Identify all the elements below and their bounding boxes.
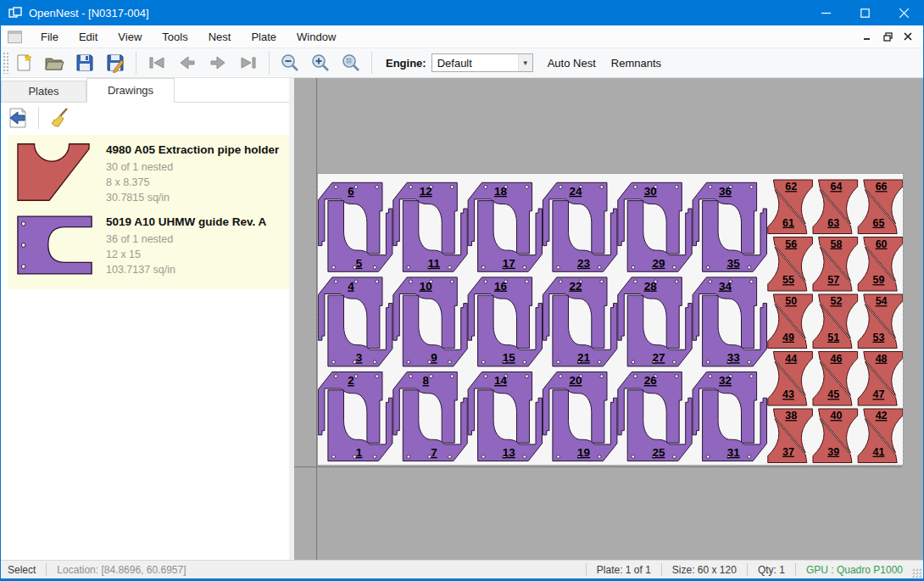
status-separator xyxy=(46,563,47,576)
remnants-button[interactable]: Remnants xyxy=(604,52,669,75)
zoom-out-button[interactable] xyxy=(277,51,303,75)
part-number-6: 6 xyxy=(348,185,354,198)
part-hole xyxy=(675,375,678,378)
status-bar: Select Location: [84.8696, 60.6957] Plat… xyxy=(1,560,923,578)
part-number-52: 52 xyxy=(830,295,842,307)
part-number-47: 47 xyxy=(872,388,884,400)
part-number-32: 32 xyxy=(719,374,732,387)
menu-item-plate[interactable]: Plate xyxy=(241,26,287,47)
part-number-48: 48 xyxy=(876,353,888,365)
menu-item-nest[interactable]: Nest xyxy=(198,26,242,47)
part-hole xyxy=(748,360,751,364)
mdi-document-icon[interactable] xyxy=(8,31,22,43)
part-number-51: 51 xyxy=(827,332,839,344)
drawing-size: 12 x 15 xyxy=(106,247,266,262)
part-number-31: 31 xyxy=(727,446,741,459)
menu-item-file[interactable]: File xyxy=(31,26,69,47)
tab-plates[interactable]: Plates xyxy=(1,81,86,102)
toolbar-grip[interactable] xyxy=(3,52,8,74)
new-button[interactable] xyxy=(11,51,36,75)
part-hole xyxy=(675,186,678,189)
part-number-62: 62 xyxy=(785,181,797,193)
part-hole xyxy=(557,360,560,364)
part-hole xyxy=(706,265,710,269)
close-button[interactable] xyxy=(884,0,923,25)
part-number-43: 43 xyxy=(782,388,794,400)
part-number-50: 50 xyxy=(785,295,797,307)
part-hole xyxy=(523,360,526,364)
clear-button[interactable] xyxy=(46,105,73,131)
open-button[interactable] xyxy=(42,51,67,75)
part-number-26: 26 xyxy=(644,374,658,387)
combo-dropdown-icon[interactable]: ▼ xyxy=(518,54,532,71)
part-number-5: 5 xyxy=(356,257,363,270)
auto-nest-button[interactable]: Auto Nest xyxy=(540,52,604,75)
part-number-22: 22 xyxy=(569,280,582,293)
part-hole xyxy=(557,265,560,269)
mdi-restore-button[interactable] xyxy=(879,29,896,44)
status-separator xyxy=(747,563,748,576)
next-plate-button[interactable] xyxy=(205,51,231,75)
drawing-title: 4980 A05 Extraction pipe holder xyxy=(106,143,279,156)
part-hole xyxy=(407,455,410,459)
part-number-36: 36 xyxy=(719,185,732,198)
zoom-fit-button[interactable] xyxy=(338,51,364,75)
mdi-minimize-button[interactable] xyxy=(859,29,876,44)
part-number-27: 27 xyxy=(652,351,665,364)
left-panel: Plates Drawings xyxy=(1,78,294,560)
engine-combobox[interactable]: Default ▼ xyxy=(431,53,533,72)
part-number-25: 25 xyxy=(652,446,665,459)
part-hole xyxy=(706,360,710,364)
return-arrow-icon xyxy=(7,107,29,129)
part-hole xyxy=(448,360,452,364)
zoom-in-button[interactable] xyxy=(308,51,333,75)
part-number-59: 59 xyxy=(872,274,884,286)
menu-item-tools[interactable]: Tools xyxy=(152,26,198,47)
drawing-item[interactable]: 5019 A10 UHMW guide Rev. A 36 of 1 neste… xyxy=(8,210,289,282)
part-hole xyxy=(750,280,754,283)
part-hole xyxy=(450,375,454,378)
save-as-button[interactable] xyxy=(103,51,128,75)
part-hole xyxy=(706,455,710,459)
part-hole xyxy=(481,360,485,364)
part-number-1: 1 xyxy=(356,446,363,459)
part-hole xyxy=(332,455,336,459)
title-bar: OpenNest - [N0317-004] xyxy=(1,0,923,25)
part-hole xyxy=(409,375,413,378)
part-number-18: 18 xyxy=(494,185,508,198)
mdi-close-button[interactable] xyxy=(899,29,916,44)
status-size: Size: 60 x 120 xyxy=(669,564,740,576)
app-icon xyxy=(8,6,22,20)
minimize-button[interactable] xyxy=(806,0,845,25)
menu-item-view[interactable]: View xyxy=(108,26,152,47)
status-gpu: GPU : Quadro P1000 xyxy=(803,564,906,576)
nest-canvas[interactable]: 6512111817242330293635431091615222128273… xyxy=(294,78,923,560)
maximize-button[interactable] xyxy=(845,0,884,25)
part-hole xyxy=(600,280,604,283)
part-hole xyxy=(407,265,410,269)
return-part-button[interactable] xyxy=(4,105,31,131)
part-hole xyxy=(407,360,410,364)
part-number-38: 38 xyxy=(785,410,797,422)
part-hole xyxy=(748,455,751,459)
part-number-34: 34 xyxy=(719,280,732,293)
last-plate-button[interactable] xyxy=(236,51,261,75)
part-number-57: 57 xyxy=(827,274,839,286)
part-number-4: 4 xyxy=(348,280,354,293)
menu-item-window[interactable]: Window xyxy=(287,26,346,47)
part-number-65: 65 xyxy=(872,217,884,229)
previous-plate-button[interactable] xyxy=(175,51,200,75)
part-number-39: 39 xyxy=(827,446,839,458)
first-plate-button[interactable] xyxy=(144,51,170,75)
resize-grip[interactable] xyxy=(911,567,921,578)
first-arrow-icon xyxy=(147,53,167,73)
part-hole xyxy=(450,280,454,283)
plate-sheet[interactable]: 6512111817242330293635431091615222128273… xyxy=(318,174,903,465)
part-hole xyxy=(634,375,637,378)
part-hole xyxy=(559,186,562,189)
drawing-list: 4980 A05 Extraction pipe holder 30 of 1 … xyxy=(8,135,289,289)
save-button[interactable] xyxy=(72,51,97,75)
menu-item-edit[interactable]: Edit xyxy=(69,26,108,47)
tab-drawings[interactable]: Drawings xyxy=(86,78,175,103)
drawing-item[interactable]: 4980 A05 Extraction pipe holder 30 of 1 … xyxy=(8,138,289,210)
